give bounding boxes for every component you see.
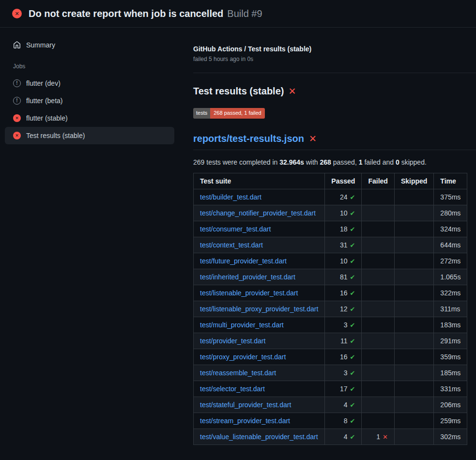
suite-cell: test/multi_provider_test.dart bbox=[194, 317, 325, 333]
neutral-icon: ! bbox=[13, 97, 21, 105]
check-icon: ✔ bbox=[350, 274, 355, 281]
time-cell: 272ms bbox=[434, 253, 467, 269]
results-table: Test suitePassedFailedSkippedTime test/b… bbox=[193, 173, 467, 445]
sidebar-item-job[interactable]: ✕Test results (stable) bbox=[5, 127, 174, 144]
sidebar-item-label: flutter (stable) bbox=[26, 114, 68, 122]
check-icon: ✔ bbox=[350, 417, 355, 425]
cross-icon: ✕ bbox=[383, 433, 388, 441]
test-suite-link[interactable]: test/provider_test.dart bbox=[200, 337, 265, 345]
passed-count: 3 bbox=[344, 321, 348, 329]
skipped-cell bbox=[394, 253, 433, 269]
sidebar-item-label: Summary bbox=[26, 41, 55, 49]
failed-icon: ✕ bbox=[13, 114, 21, 122]
sidebar-item-job[interactable]: !flutter (beta) bbox=[5, 92, 174, 109]
time-cell: 644ms bbox=[434, 237, 467, 253]
check-icon: ✔ bbox=[350, 433, 355, 441]
suite-cell: test/context_test.dart bbox=[194, 237, 325, 253]
passed-count: 16 bbox=[340, 289, 348, 297]
passed-cell: 18✔ bbox=[325, 221, 362, 237]
column-header: Skipped bbox=[394, 173, 433, 189]
check-icon: ✔ bbox=[350, 401, 355, 409]
table-row: test/builder_test.dart24✔375ms bbox=[194, 189, 467, 205]
passed-count: 3 bbox=[344, 369, 348, 377]
sidebar-item-summary[interactable]: Summary bbox=[5, 36, 174, 54]
check-icon: ✔ bbox=[350, 385, 355, 393]
passed-cell: 4✔ bbox=[325, 397, 362, 413]
failed-cell bbox=[362, 285, 394, 301]
passed-count: 16 bbox=[340, 353, 348, 361]
passed-cell: 11✔ bbox=[325, 333, 362, 349]
time-cell: 331ms bbox=[434, 381, 467, 397]
skipped-cell bbox=[394, 189, 433, 205]
summary-part: skipped. bbox=[399, 158, 427, 166]
sidebar-item-label: Test results (stable) bbox=[26, 132, 85, 139]
test-suite-link[interactable]: test/reassemble_test.dart bbox=[200, 369, 276, 377]
passed-cell: 16✔ bbox=[325, 285, 362, 301]
skipped-cell bbox=[394, 397, 433, 413]
suite-cell: test/future_provider_test.dart bbox=[194, 253, 325, 269]
failed-cell bbox=[362, 397, 394, 413]
test-suite-link[interactable]: test/context_test.dart bbox=[200, 241, 263, 249]
home-icon bbox=[13, 41, 21, 49]
passed-count: 10 bbox=[340, 257, 348, 265]
test-suite-link[interactable]: test/multi_provider_test.dart bbox=[200, 321, 284, 329]
passed-cell: 24✔ bbox=[325, 189, 362, 205]
passed-count: 11 bbox=[340, 337, 348, 345]
sidebar-item-job[interactable]: ✕flutter (stable) bbox=[5, 109, 174, 127]
table-row: test/multi_provider_test.dart3✔183ms bbox=[194, 317, 467, 333]
report-file-link[interactable]: reports/test-results.json bbox=[193, 133, 304, 144]
failed-cell bbox=[362, 189, 394, 205]
passed-cell: 10✔ bbox=[325, 253, 362, 269]
passed-count: 10 bbox=[340, 209, 348, 217]
test-suite-link[interactable]: test/listenable_provider_test.dart bbox=[200, 289, 298, 297]
suite-cell: test/consumer_test.dart bbox=[194, 221, 325, 237]
suite-cell: test/listenable_proxy_provider_test.dart bbox=[194, 301, 325, 317]
failed-cell bbox=[362, 381, 394, 397]
test-suite-link[interactable]: test/change_notifier_provider_test.dart bbox=[200, 209, 316, 217]
failed-cell bbox=[362, 269, 394, 285]
test-suite-link[interactable]: test/value_listenable_provider_test.dart bbox=[200, 433, 318, 441]
test-suite-link[interactable]: test/stream_provider_test.dart bbox=[200, 417, 290, 425]
suite-cell: test/proxy_provider_test.dart bbox=[194, 349, 325, 365]
column-header: Test suite bbox=[194, 173, 325, 189]
test-suite-link[interactable]: test/stateful_provider_test.dart bbox=[200, 401, 291, 409]
skipped-cell bbox=[394, 269, 433, 285]
test-suite-link[interactable]: test/inherited_provider_test.dart bbox=[200, 273, 295, 281]
test-suite-link[interactable]: test/builder_test.dart bbox=[200, 193, 261, 201]
skipped-cell bbox=[394, 221, 433, 237]
table-row: test/listenable_provider_test.dart16✔322… bbox=[194, 285, 467, 301]
passed-count: 18 bbox=[340, 225, 348, 233]
test-suite-link[interactable]: test/listenable_proxy_provider_test.dart bbox=[200, 305, 318, 313]
tests-badge: tests 268 passed, 1 failed bbox=[193, 108, 265, 119]
check-icon: ✔ bbox=[350, 306, 355, 313]
failed-cell bbox=[362, 413, 394, 429]
failed-cell bbox=[362, 301, 394, 317]
summary-part: failed and bbox=[363, 158, 396, 166]
passed-cell: 8✔ bbox=[325, 413, 362, 429]
failed-cell bbox=[362, 317, 394, 333]
skipped-cell bbox=[394, 237, 433, 253]
suite-cell: test/inherited_provider_test.dart bbox=[194, 269, 325, 285]
check-run-header: ✕ Do not create report when job is cance… bbox=[0, 0, 476, 28]
skipped-cell bbox=[394, 301, 433, 317]
skipped-cell bbox=[394, 349, 433, 365]
test-suite-link[interactable]: test/proxy_provider_test.dart bbox=[200, 353, 286, 361]
test-suite-link[interactable]: test/selector_test.dart bbox=[200, 385, 265, 393]
time-cell: 359ms bbox=[434, 349, 467, 365]
check-icon: ✔ bbox=[350, 369, 355, 377]
passed-cell: 12✔ bbox=[325, 301, 362, 317]
passed-cell: 81✔ bbox=[325, 269, 362, 285]
page-title: Do not create report when job is cancell… bbox=[29, 8, 223, 19]
table-row: test/context_test.dart31✔644ms bbox=[194, 237, 467, 253]
skipped-cell bbox=[394, 365, 433, 381]
time-cell: 185ms bbox=[434, 365, 467, 381]
sidebar-item-job[interactable]: !flutter (dev) bbox=[5, 75, 174, 92]
column-header: Failed bbox=[362, 173, 394, 189]
test-suite-link[interactable]: test/future_provider_test.dart bbox=[200, 257, 287, 265]
summary-part: passed, bbox=[331, 158, 359, 166]
time-cell: 322ms bbox=[434, 285, 467, 301]
check-icon: ✔ bbox=[350, 242, 355, 249]
time-cell: 311ms bbox=[434, 301, 467, 317]
time-cell: 183ms bbox=[434, 317, 467, 333]
test-suite-link[interactable]: test/consumer_test.dart bbox=[200, 225, 271, 233]
